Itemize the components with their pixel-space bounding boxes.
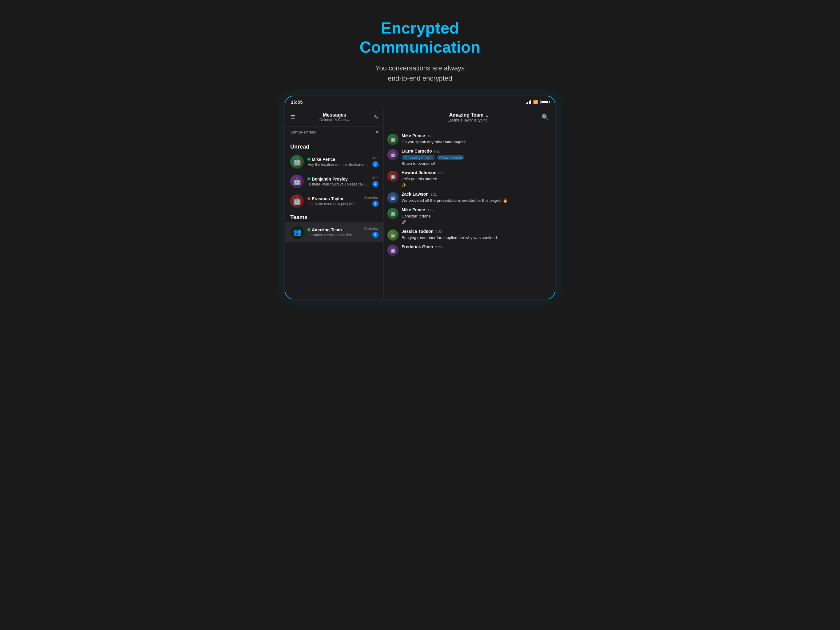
hero-subtitle-line1: You conversations are always (376, 64, 464, 72)
chat-status: Erasmus Taylor is typing... (396, 118, 542, 122)
sender-name: Mike Pence (401, 207, 425, 212)
message-info: Amazing Team It always seems impossible (308, 227, 360, 237)
chat-message: 🤖 Mike Pence 9:26 Do you speak any other… (387, 132, 551, 146)
message-info: Mike Pence Hey the location is in the Bu… (308, 157, 368, 167)
message-meta: Yesterday 2 (363, 196, 379, 207)
chat-message: 🤖 Jessica Todson 9:22 Bringing remember … (387, 228, 551, 242)
chat-message-header: Frederick Giner 9:23 (401, 244, 551, 249)
signal-bar-2 (527, 102, 528, 104)
message-time: 9:23 (435, 245, 442, 249)
avatar: 🤖 (290, 195, 304, 208)
battery-fill (542, 101, 548, 103)
status-icons: 📶 (526, 100, 549, 104)
message-sender: Benjamin Presley (308, 177, 368, 182)
messages-header: ☰ Messages Billionare's Club ⌄ ✎ (285, 108, 384, 127)
chat-message: 🤖 Howard Johnson 9:21 Let's get this sta… (387, 169, 551, 189)
message-sender: Erasmus Taylor (308, 196, 360, 201)
signal-bar-4 (531, 100, 531, 104)
message-meta: 9:26 8 (372, 156, 379, 167)
message-time: 9:21 (431, 193, 437, 196)
chat-header: Amazing Team ⌄ Erasmus Taylor is typing.… (384, 108, 555, 127)
status-time: 15:55 (291, 99, 303, 104)
sender-name: Zack Lawson (401, 192, 429, 196)
hero-title-line2: Communication (360, 38, 481, 56)
section-label-unread: Unread (285, 141, 384, 152)
message-meta: Yesterday 6 (363, 227, 379, 238)
chat-message-header: Howard Johnson 9:21 (401, 170, 551, 175)
online-dot-icon (308, 197, 310, 200)
message-sender: Amazing Team (308, 227, 360, 232)
hero-title-line1: Encrypted (381, 19, 459, 37)
workspace-name[interactable]: Billionare's Club ⌄ (319, 118, 350, 122)
message-time: 9:26 (372, 176, 379, 180)
hero-subtitle: You conversations are always end-to-end … (360, 63, 481, 83)
avatar: 👥 (290, 225, 304, 239)
chat-message-content: Howard Johnson 9:21 Let's get this start… (401, 170, 551, 188)
chat-message-header: Jessica Todson 9:22 (401, 229, 551, 234)
status-bar: 15:55 📶 (285, 96, 555, 108)
message-time: 9:26 (372, 156, 379, 160)
compose-icon[interactable]: ✎ (374, 114, 379, 120)
chat-message: 🤖 Frederick Giner 9:23 (387, 243, 551, 257)
phone-frame: 15:55 📶 ☰ Messages Billi (285, 96, 555, 299)
hero-title: Encrypted Communication (360, 19, 481, 57)
chat-message-header: Laura Carpedo 9:20 (401, 149, 551, 154)
sort-icon[interactable]: ≡ (376, 130, 379, 135)
sender-name: Mike Pence (401, 133, 425, 138)
chat-panel: Amazing Team ⌄ Erasmus Taylor is typing.… (384, 108, 555, 299)
chat-message-header: Mike Pence 9:22 (401, 207, 551, 212)
chat-message: 🤖 Laura Carpedo 9:20 @howardjohnson @zac… (387, 147, 551, 168)
sender-name: Mike Pence (312, 157, 335, 162)
online-dot-icon (308, 177, 310, 180)
sort-bar: Sort by unread ≡ (285, 127, 384, 138)
avatar: 🤖 (387, 208, 398, 219)
avatar: 🤖 (290, 175, 304, 188)
avatar: 🤖 (290, 155, 304, 169)
chat-message-header: Mike Pence 9:26 (401, 133, 551, 138)
signal-bar-3 (529, 101, 530, 104)
filter-icon[interactable]: ☰ (290, 114, 295, 120)
battery-icon (540, 100, 549, 104)
avatar: 🤖 (387, 245, 398, 256)
chat-message-content: Laura Carpedo 9:20 @howardjohnson @zackl… (401, 149, 551, 166)
avatar: 🤖 (387, 171, 398, 182)
hero-section: Encrypted Communication You conversation… (360, 12, 481, 83)
list-item[interactable]: 🤖 Benjamin Presley Hi there @all could y… (285, 172, 384, 192)
messages-panel: ☰ Messages Billionare's Club ⌄ ✎ Sort by… (285, 108, 384, 299)
message-time: 9:22 (435, 230, 442, 233)
sender-name: Erasmus Taylor (312, 196, 344, 201)
sender-name: Laura Carpedo (401, 149, 432, 154)
chat-message: 🤖 Zack Lawson 9:21 We provided all the p… (387, 190, 551, 205)
chat-message-content: Jessica Todson 9:22 Bringing remember fo… (401, 229, 551, 241)
message-time: 9:22 (427, 208, 433, 212)
message-time: 9:26 (427, 134, 433, 138)
message-sender: Mike Pence (308, 157, 368, 162)
chevron-down-icon: ⌄ (346, 118, 350, 122)
unread-badge: 2 (373, 201, 379, 207)
message-text: Consider it done🚀 (401, 213, 551, 225)
messages-list: Unread 🤖 Mike Pence Hey the location is … (285, 138, 384, 299)
message-time: 9:21 (439, 171, 445, 175)
signal-bar-1 (526, 103, 527, 104)
avatar: 🤖 (387, 149, 398, 160)
message-preview: Hey the location is in the Bucharest, ne… (308, 162, 368, 167)
hero-subtitle-line2: end-to-end encrypted (388, 74, 452, 82)
avatar: 🤖 (387, 134, 398, 145)
message-preview: I think we need new people for this. Ple… (308, 202, 360, 206)
message-text: Let's get this started✨ (401, 176, 551, 188)
wifi-icon: 📶 (533, 100, 538, 104)
list-item[interactable]: 🤖 Erasmus Taylor I think we need new peo… (285, 192, 384, 211)
chat-message: 🤖 Mike Pence 9:22 Consider it done🚀 (387, 206, 551, 226)
messages-title-block: Messages Billionare's Club ⌄ (319, 112, 350, 122)
online-dot-icon (308, 158, 310, 161)
mention-tag: @zacklawson (437, 155, 464, 160)
message-text: Do you speak any other languages? (401, 139, 551, 145)
message-preview: Hi there @all could you please take a lo… (308, 182, 368, 187)
list-item[interactable]: 🤖 Mike Pence Hey the location is in the … (285, 152, 384, 172)
list-item[interactable]: 👥 Amazing Team It always seems impossibl… (285, 222, 384, 242)
message-info: Benjamin Presley Hi there @all could you… (308, 177, 368, 187)
search-icon[interactable]: 🔍 (542, 114, 549, 121)
sender-name: Frederick Giner (401, 244, 434, 249)
message-time: 9:20 (434, 149, 440, 153)
sender-name: Jessica Todson (401, 229, 434, 234)
